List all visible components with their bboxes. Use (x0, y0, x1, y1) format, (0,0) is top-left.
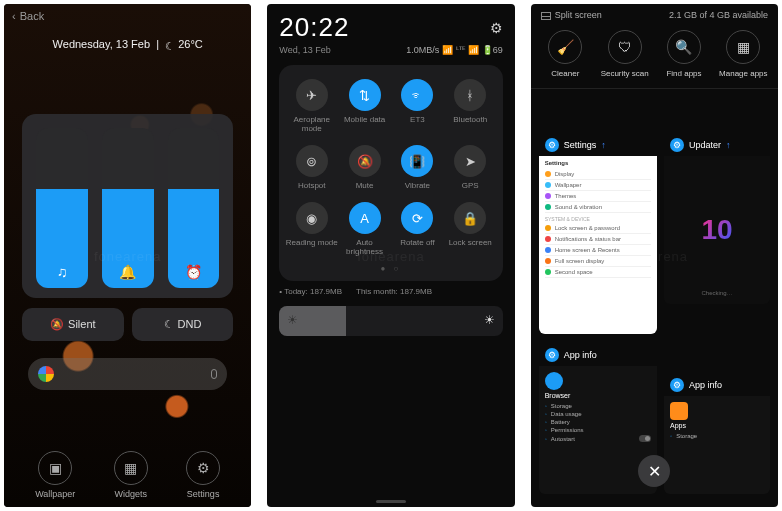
qs-icon: ᯤ (401, 79, 433, 111)
mic-icon[interactable] (211, 369, 217, 379)
settings-app-icon: ⚙ (545, 138, 559, 152)
search-bar[interactable] (28, 358, 227, 390)
recent-card-settings[interactable]: ⚙ Settings ↑ SettingsDisplayWallpaperThe… (539, 134, 657, 334)
qs-label: Lock screen (449, 238, 492, 247)
recent-card-updater[interactable]: ⚙ Updater ↑ 10 Checking… (664, 134, 770, 304)
tool-label: Find apps (666, 69, 701, 78)
home-editor-dock: ▣ Wallpaper ▦ Widgets ⚙ Settings (4, 451, 251, 499)
widgets-icon: ▦ (124, 460, 137, 476)
autostart-toggle[interactable] (639, 435, 651, 442)
settings-app-icon: ⚙ (670, 378, 684, 392)
split-screen-icon (541, 12, 551, 20)
appinfo-row-data-usage[interactable]: ◦Data usage (545, 410, 651, 418)
row-label: Permissions (551, 427, 584, 433)
qs-icon: ◉ (296, 202, 328, 234)
widgets-button[interactable]: ▦ Widgets (114, 451, 148, 499)
row-label: Battery (551, 419, 570, 425)
qs-toggle-reading-mode[interactable]: ◉Reading mode (285, 198, 338, 260)
qs-icon: ⊚ (296, 145, 328, 177)
settings-row-lock-screen-password[interactable]: Lock screen & password (545, 223, 651, 234)
date-text: Wednesday, 13 Feb (53, 38, 150, 50)
row-icon (545, 171, 551, 177)
qs-icon: ➤ (454, 145, 486, 177)
dnd-button[interactable]: ☾DND (132, 308, 234, 341)
updater-app-icon: ⚙ (670, 138, 684, 152)
back-label: Back (20, 10, 44, 22)
qs-icon: ⇅ (349, 79, 381, 111)
wallpaper-label: Wallpaper (35, 489, 75, 499)
qs-icon: 🔕 (349, 145, 381, 177)
qs-toggle-rotate-off[interactable]: ⟳Rotate off (391, 198, 444, 260)
settings-button[interactable]: ⚙ Settings (186, 451, 220, 499)
alarm-volume-slider[interactable]: ⏰ (168, 128, 220, 288)
wallpaper-button[interactable]: ▣ Wallpaper (35, 451, 75, 499)
settings-gear-icon[interactable]: ⚙ (490, 20, 503, 36)
tool-label: Cleaner (551, 69, 579, 78)
tool-security-scan[interactable]: 🛡Security scan (596, 30, 653, 78)
settings-row-wallpaper[interactable]: Wallpaper (545, 180, 651, 191)
settings-row-sound-vibration[interactable]: Sound & vibration (545, 202, 651, 213)
appinfo-row-battery[interactable]: ◦Battery (545, 418, 651, 426)
tool-manage-apps[interactable]: ▦Manage apps (715, 30, 772, 78)
row-label: Data usage (551, 411, 582, 417)
recent-card-appinfo-2[interactable]: ⚙ App info Apps◦Storage (664, 374, 770, 494)
appinfo-row-storage[interactable]: ◦Storage (545, 402, 651, 410)
music-icon: ♫ (36, 264, 88, 280)
settings-row-display[interactable]: Display (545, 169, 651, 180)
row-icon (545, 269, 551, 275)
tool-label: Manage apps (719, 69, 767, 78)
tool-icon: 🛡 (608, 30, 642, 64)
back-button[interactable]: ‹ Back (12, 10, 44, 22)
arrow-up-icon: ↑ (726, 140, 731, 150)
qs-toggle-lock-screen[interactable]: 🔒Lock screen (444, 198, 497, 260)
settings-row-second-space[interactable]: Second space (545, 267, 651, 278)
tool-find-apps[interactable]: 🔍Find apps (655, 30, 712, 78)
split-screen-button[interactable]: Split screen (541, 10, 602, 20)
settings-row-notifications-status-bar[interactable]: Notifications & status bar (545, 234, 651, 245)
brightness-high-icon: ☀ (484, 313, 495, 327)
qs-toggle-vibrate[interactable]: 📳Vibrate (391, 141, 444, 194)
qs-toggle-mobile-data[interactable]: ⇅Mobile data (338, 75, 391, 137)
row-label: Home screen & Recents (555, 247, 620, 253)
settings-row-home-screen-recents[interactable]: Home screen & Recents (545, 245, 651, 256)
row-icon (545, 258, 551, 264)
qs-label: Mobile data (344, 115, 385, 124)
qs-toggle-bluetooth[interactable]: ᚼBluetooth (444, 75, 497, 137)
row-label: Storage (551, 403, 572, 409)
qs-icon: 🔒 (454, 202, 486, 234)
row-label: Second space (555, 269, 593, 275)
appinfo-row-autostart[interactable]: ◦Autostart (545, 434, 651, 443)
clear-all-button[interactable]: ✕ (638, 455, 670, 487)
qs-toggle-hotspot[interactable]: ⊚Hotspot (285, 141, 338, 194)
close-icon: ✕ (648, 462, 661, 481)
app-name: Apps (670, 422, 764, 432)
qs-toggle-et3[interactable]: ᯤET3 (391, 75, 444, 137)
card-title: App info (689, 380, 722, 390)
brightness-slider[interactable]: ☀ ☀ (279, 306, 502, 336)
settings-row-full-screen-display[interactable]: Full screen display (545, 256, 651, 267)
qs-label: GPS (462, 181, 479, 190)
drag-handle[interactable] (376, 500, 406, 503)
row-icon (545, 247, 551, 253)
row-label: Wallpaper (555, 182, 582, 188)
qs-toggle-auto-brightness[interactable]: AAuto brightness (338, 198, 391, 260)
settings-body-title: Settings (545, 160, 651, 166)
settings-row-themes[interactable]: Themes (545, 191, 651, 202)
tool-cleaner[interactable]: 🧹Cleaner (537, 30, 594, 78)
date-small: Wed, 13 Feb (279, 45, 330, 55)
silent-label: Silent (68, 318, 96, 330)
row-label: Lock screen & password (555, 225, 620, 231)
brightness-low-icon: ☀ (287, 313, 298, 327)
qs-label: Bluetooth (453, 115, 487, 124)
qs-toggle-gps[interactable]: ➤GPS (444, 141, 497, 194)
silent-button[interactable]: 🔕Silent (22, 308, 124, 341)
bell-icon: 🔔 (102, 264, 154, 280)
appinfo-row-storage[interactable]: ◦Storage (670, 432, 764, 440)
qs-label: Mute (356, 181, 374, 190)
appinfo-row-permissions[interactable]: ◦Permissions (545, 426, 651, 434)
qs-toggle-mute[interactable]: 🔕Mute (338, 141, 391, 194)
qs-toggle-aeroplane-mode[interactable]: ✈Aeroplane mode (285, 75, 338, 137)
ring-volume-slider[interactable]: 🔔 (102, 128, 154, 288)
media-volume-slider[interactable]: ♫ (36, 128, 88, 288)
row-label: Display (555, 171, 575, 177)
